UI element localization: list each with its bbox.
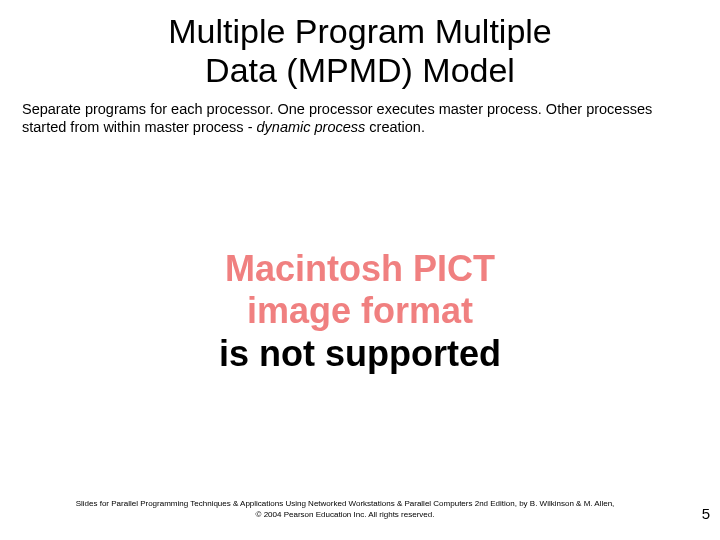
placeholder-line-2: image format	[219, 290, 501, 332]
slide-footer: Slides for Parallel Programming Techniqu…	[0, 499, 690, 520]
page-number: 5	[702, 505, 710, 522]
image-placeholder: Macintosh PICT image format is not suppo…	[219, 248, 501, 375]
body-part-2: creation.	[365, 119, 425, 135]
slide-body: Separate programs for each processor. On…	[0, 90, 720, 136]
body-italic: dynamic process	[257, 119, 366, 135]
title-line-1: Multiple Program Multiple	[168, 12, 552, 50]
placeholder-line-1: Macintosh PICT	[219, 248, 501, 290]
slide-title: Multiple Program Multiple Data (MPMD) Mo…	[0, 0, 720, 90]
footer-line-2: © 2004 Pearson Education Inc. All rights…	[256, 510, 435, 519]
title-line-2: Data (MPMD) Model	[205, 51, 515, 89]
footer-line-1: Slides for Parallel Programming Techniqu…	[76, 499, 615, 508]
placeholder-line-3: is not supported	[219, 333, 501, 375]
